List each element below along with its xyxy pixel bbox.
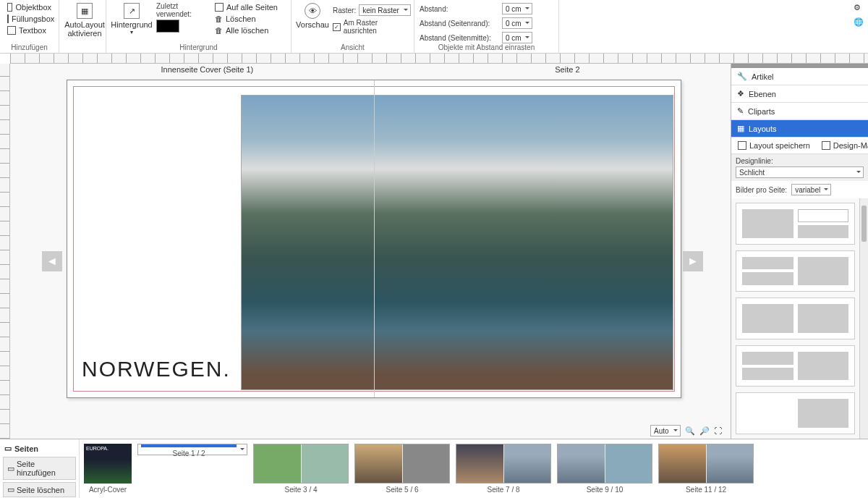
raster-select[interactable]: kein Raster (359, 4, 411, 16)
layout-option[interactable] (736, 297, 855, 339)
settings-icon[interactable]: ⚙ (854, 3, 864, 13)
group-label-snap: Objekte mit Abstand einrasten (414, 43, 558, 51)
recent-label: Zuletzt verwendet: (156, 2, 208, 18)
tab-cliparts[interactable]: ✎Cliparts (731, 103, 868, 120)
manager-icon (822, 141, 830, 150)
next-page-button[interactable]: ► (683, 251, 703, 271)
clipart-icon: ✎ (737, 106, 744, 116)
globe-icon[interactable]: 🌐 (854, 17, 864, 28)
fuellungsbox-icon (7, 14, 9, 23)
page-strip: ▭Seiten ▭Seite hinzufügen ▭Seite löschen… (0, 439, 868, 498)
zoom-out-icon[interactable]: 🔍 (685, 426, 695, 436)
page-thumb[interactable]: Seite 3 / 4 (253, 444, 349, 494)
main-photo[interactable] (241, 95, 673, 390)
fuellungsbox-button[interactable]: Füllungsbox (5, 14, 54, 24)
ruler-vertical (0, 64, 10, 439)
wrench-icon: 🔧 (737, 72, 747, 81)
layout-option[interactable] (736, 345, 855, 387)
hintergrund-icon: ↗ (124, 3, 140, 19)
zoom-in-icon[interactable]: 🔎 (699, 426, 710, 436)
pages-icon (215, 3, 224, 12)
page-thumb[interactable]: Seite 5 / 6 (354, 444, 450, 494)
tab-layouts[interactable]: ▦Layouts (731, 120, 868, 138)
group-label-view: Ansicht (292, 43, 414, 51)
canvas[interactable]: Innenseite Cover (Seite 1) Seite 2 ◄ NOR… (10, 64, 731, 439)
tab-ebenen[interactable]: ❖Ebenen (731, 85, 868, 103)
page-label-left: Innenseite Cover (Seite 1) (161, 65, 253, 74)
trash-icon: 🗑 (215, 14, 223, 23)
layout-icon: ▦ (737, 124, 744, 133)
delete-page-button[interactable]: ▭Seite löschen (3, 482, 76, 497)
add-page-icon: ▭ (7, 464, 14, 473)
recent-swatch[interactable] (156, 20, 179, 33)
delete-all-bg-button[interactable]: 🗑Alle löschen (213, 25, 280, 35)
save-icon (738, 141, 746, 150)
zoom-select[interactable]: Auto (650, 425, 681, 436)
spine-line (374, 80, 375, 397)
group-label-bg: Hintergrund (106, 43, 291, 51)
layout-option[interactable] (736, 392, 855, 434)
all-pages-button[interactable]: Auf alle Seiten (213, 2, 280, 12)
page-thumb[interactable]: Seite 7 / 8 (456, 444, 551, 494)
main-toolbar: Objektbox Füllungsbox Textbox Hinzufügen… (0, 0, 868, 54)
prev-page-button[interactable]: ◄ (42, 251, 62, 271)
eye-icon: 👁 (305, 3, 320, 19)
page-thumb[interactable]: NORWEGEN Seite 1 / 2 (137, 444, 247, 455)
group-label-add: Hinzufügen (0, 43, 59, 51)
textbox-button[interactable]: Textbox (5, 25, 54, 35)
textbox-icon (7, 26, 16, 35)
del-page-icon: ▭ (7, 485, 14, 494)
bilder-pro-seite-select[interactable]: variabel (791, 184, 831, 195)
layout-scrollbar[interactable] (859, 198, 868, 439)
page-thumb[interactable]: Seite 9 / 10 (557, 444, 652, 494)
book-icon: ▭ (4, 444, 12, 453)
abstand-rand-select[interactable]: 0 cm (502, 17, 532, 29)
ruler-horizontal (10, 54, 868, 64)
add-page-button[interactable]: ▭Seite hinzufügen (3, 457, 76, 480)
layout-option[interactable] (736, 250, 855, 292)
tab-artikel[interactable]: 🔧Artikel (731, 68, 868, 85)
design-manager-button[interactable]: Design-Manager (820, 140, 868, 151)
delete-bg-button[interactable]: 🗑Löschen (213, 14, 280, 24)
layout-save-button[interactable]: Layout speichern (736, 140, 812, 151)
snap-checkbox[interactable]: ✓ (333, 23, 341, 31)
right-panel: 🔧Artikel ❖Ebenen ✎Cliparts ▦Layouts Layo… (731, 64, 868, 439)
layers-icon: ❖ (737, 89, 744, 98)
abstand-mitte-select[interactable]: 0 cm (502, 32, 532, 43)
objektbox-button[interactable]: Objektbox (5, 2, 54, 12)
abstand-select[interactable]: 0 cm (502, 3, 532, 14)
pages-panel-title: ▭Seiten (3, 442, 76, 455)
designlinie-select[interactable]: Schlicht (736, 166, 864, 178)
layout-option[interactable] (736, 203, 855, 245)
zoom-controls: Auto 🔍 🔎 ⛶ (650, 425, 722, 436)
zoom-fit-icon[interactable]: ⛶ (714, 426, 722, 435)
cover-thumb[interactable]: EUROPA. Acryl-Cover (84, 444, 132, 494)
trash-all-icon: 🗑 (215, 26, 223, 35)
page-label-right: Seite 2 (555, 65, 579, 74)
autolayout-icon: ▦ (77, 3, 93, 19)
autolayout-button[interactable]: ▦ AutoLayout aktivieren (62, 1, 107, 40)
page-thumb[interactable]: Seite 11 / 12 (658, 444, 754, 494)
objektbox-icon (7, 3, 12, 12)
layout-list (731, 198, 859, 439)
page-spread[interactable]: NORWEGEN. (67, 80, 681, 398)
page-title-text[interactable]: NORWEGEN. (82, 357, 231, 381)
